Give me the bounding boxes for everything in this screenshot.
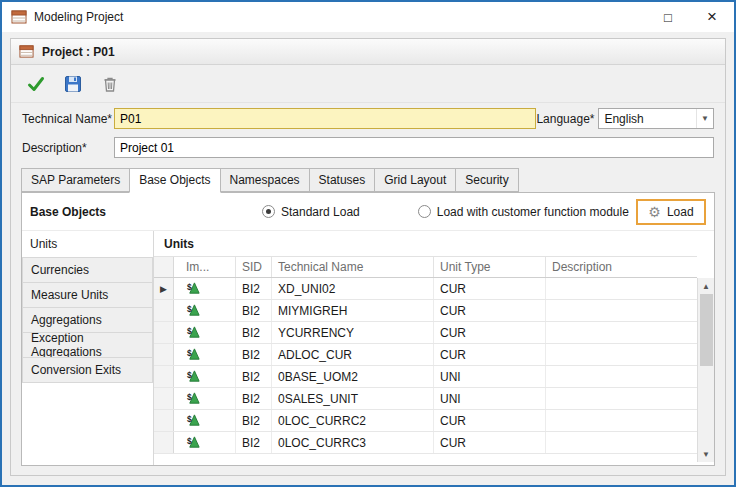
row-indicator-cell (154, 432, 174, 453)
tab-statuses[interactable]: Statuses (309, 168, 376, 192)
unit-icon-cell: $ (174, 432, 236, 453)
svg-text:$: $ (187, 304, 192, 314)
units-grid-area: Units Im... SID Technical Name Unit Type… (154, 231, 714, 465)
unit-type-cell: UNI (434, 366, 546, 387)
unit-type-cell: UNI (434, 388, 546, 409)
scroll-down-icon[interactable]: ▼ (698, 446, 714, 462)
technical-name-label: Technical Name* (22, 112, 114, 126)
description-label: Description* (22, 141, 114, 155)
technical-name-cell: 0BASE_UOM2 (272, 366, 434, 387)
nav-item-currencies[interactable]: Currencies (22, 257, 153, 283)
currency-unit-icon: $ (186, 303, 201, 318)
modeling-project-dialog: Modeling Project □ × Project : P01 (0, 0, 736, 487)
unit-icon-cell: $ (174, 278, 236, 299)
svg-text:$: $ (187, 348, 192, 358)
table-row[interactable]: $ BI2 0BASE_UOM2 UNI (154, 366, 697, 388)
section-title: Base Objects (30, 205, 262, 219)
close-button[interactable]: × (690, 2, 734, 32)
unit-type-cell: CUR (434, 300, 546, 321)
radio-standard-load[interactable]: Standard Load (262, 205, 360, 219)
save-icon (64, 75, 82, 93)
table-row[interactable]: $ BI2 0LOC_CURRC3 CUR (154, 432, 697, 454)
table-header: Im... SID Technical Name Unit Type Descr… (154, 256, 697, 278)
row-indicator-column-header (154, 257, 174, 277)
unit-icon-cell: $ (174, 366, 236, 387)
currency-unit-icon: $ (186, 413, 201, 428)
column-header-sid[interactable]: SID (236, 257, 272, 277)
column-header-technical-name[interactable]: Technical Name (272, 257, 434, 277)
table-row[interactable]: $ BI2 0SALES_UNIT UNI (154, 388, 697, 410)
sid-cell: BI2 (236, 410, 272, 431)
radio-unselected-icon (418, 205, 431, 218)
table-row[interactable]: $ BI2 0LOC_CURRC2 CUR (154, 410, 697, 432)
technical-name-input[interactable] (114, 108, 536, 129)
svg-text:$: $ (187, 436, 192, 446)
description-cell (546, 278, 697, 299)
language-dropdown[interactable]: English ▼ (598, 108, 714, 129)
tab-security[interactable]: Security (455, 168, 518, 192)
table-row[interactable]: ▶ $ BI2 XD_UNI02 CUR (154, 278, 697, 300)
description-cell (546, 432, 697, 453)
table-row[interactable]: $ BI2 MIYMIGREH CUR (154, 300, 697, 322)
table-row[interactable]: $ BI2 YCURRENCY CUR (154, 322, 697, 344)
maximize-button[interactable]: □ (646, 2, 690, 32)
table-row[interactable]: $ BI2 ADLOC_CUR CUR (154, 344, 697, 366)
technical-name-cell: 0LOC_CURRC3 (272, 432, 434, 453)
tab-bar: SAP Parameters Base Objects Namespaces S… (11, 161, 725, 192)
chevron-down-icon[interactable]: ▼ (696, 109, 713, 128)
unit-icon-cell: $ (174, 388, 236, 409)
svg-text:$: $ (187, 326, 192, 336)
currency-unit-icon: $ (186, 391, 201, 406)
row-indicator-cell (154, 344, 174, 365)
nav-item-measure-units[interactable]: Measure Units (22, 282, 153, 308)
save-button[interactable] (62, 73, 84, 95)
sid-cell: BI2 (236, 344, 272, 365)
nav-item-aggregations[interactable]: Aggregations (22, 307, 153, 333)
description-cell (546, 366, 697, 387)
nav-item-conversion-exits[interactable]: Conversion Exits (22, 357, 153, 383)
radio-customer-function-label: Load with customer function module (437, 205, 629, 219)
nav-item-exception-aggregations[interactable]: Exception Aggregations (22, 332, 153, 358)
tab-sap-parameters[interactable]: SAP Parameters (21, 168, 130, 192)
svg-text:$: $ (187, 370, 192, 380)
nav-item-units[interactable]: Units (22, 231, 153, 257)
row-indicator-cell (154, 322, 174, 343)
currency-unit-icon: $ (186, 325, 201, 340)
technical-name-row: Technical Name* Language* English ▼ (11, 103, 725, 132)
svg-text:$: $ (187, 282, 192, 292)
toolbar (11, 65, 725, 103)
sid-cell: BI2 (236, 278, 272, 299)
load-button[interactable]: ⚙ Load (636, 199, 706, 225)
description-input[interactable] (114, 137, 714, 158)
description-cell (546, 300, 697, 321)
tab-base-objects[interactable]: Base Objects (129, 168, 220, 193)
unit-icon-cell: $ (174, 344, 236, 365)
delete-button[interactable] (99, 73, 121, 95)
scrollbar-thumb[interactable] (700, 294, 713, 366)
unit-icon-cell: $ (174, 322, 236, 343)
window-title: Modeling Project (34, 10, 123, 24)
unit-type-cell: CUR (434, 322, 546, 343)
tab-namespaces[interactable]: Namespaces (220, 168, 310, 192)
unit-icon-cell: $ (174, 300, 236, 321)
column-header-unit-type[interactable]: Unit Type (434, 257, 546, 277)
sid-cell: BI2 (236, 300, 272, 321)
validate-button[interactable] (25, 73, 47, 95)
technical-name-cell: XD_UNI02 (272, 278, 434, 299)
sid-cell: BI2 (236, 388, 272, 409)
radio-standard-load-label: Standard Load (281, 205, 360, 219)
column-header-im[interactable]: Im... (174, 257, 236, 277)
column-header-description[interactable]: Description (546, 257, 697, 277)
scroll-up-icon[interactable]: ▲ (698, 278, 714, 294)
svg-text:$: $ (187, 414, 192, 424)
currency-unit-icon: $ (186, 435, 201, 450)
vertical-scrollbar[interactable]: ▲ ▼ (697, 278, 714, 462)
currency-unit-icon: $ (186, 281, 201, 296)
radio-customer-function[interactable]: Load with customer function module (418, 205, 629, 219)
project-icon (19, 44, 34, 59)
tab-grid-layout[interactable]: Grid Layout (374, 168, 456, 192)
object-type-list: Units Currencies Measure Units Aggregati… (22, 231, 154, 465)
sid-cell: BI2 (236, 366, 272, 387)
language-label: Language* (536, 112, 598, 126)
technical-name-cell: 0SALES_UNIT (272, 388, 434, 409)
